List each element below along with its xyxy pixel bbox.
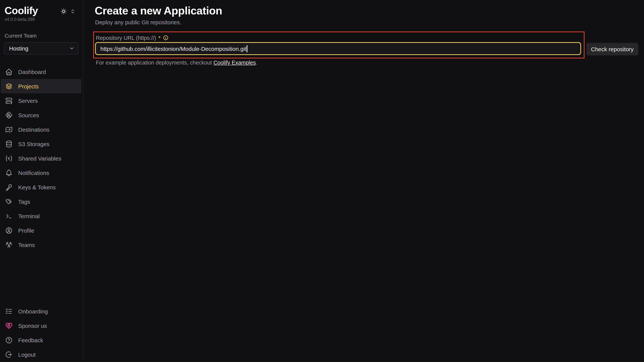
- sidebar-item-onboarding[interactable]: Onboarding: [0, 304, 82, 318]
- required-marker: *: [158, 35, 160, 41]
- sidebar-item-sources[interactable]: Sources: [0, 108, 82, 122]
- bell-icon: [5, 169, 13, 177]
- logout-icon: [5, 350, 13, 358]
- helper-suffix: .: [256, 60, 258, 66]
- sidebar-item-label: Logout: [18, 351, 36, 358]
- sidebar-item-keys-tokens[interactable]: Keys & Tokens: [0, 180, 82, 194]
- sidebar-item-teams[interactable]: Teams: [0, 238, 82, 252]
- sidebar-item-dashboard[interactable]: Dashboard: [0, 65, 82, 79]
- map-x-icon: [5, 125, 13, 133]
- team-select[interactable]: Hosting: [4, 42, 78, 55]
- users-group-icon: [5, 241, 13, 249]
- sidebar-item-notifications[interactable]: Notifications: [0, 165, 82, 180]
- sidebar-item-label: Keys & Tokens: [18, 184, 56, 190]
- team-select-value: Hosting: [9, 45, 28, 52]
- sidebar-item-label: Feedback: [18, 337, 43, 343]
- git-icon: [5, 111, 13, 119]
- sidebar-item-label: Dashboard: [18, 69, 46, 75]
- current-team-label: Current Team: [4, 33, 36, 39]
- checklist-icon: [5, 307, 13, 315]
- sidebar-footer-nav: Onboarding Sponsor us Feedback Logout: [0, 304, 82, 361]
- sidebar-item-label: Teams: [18, 242, 35, 248]
- repository-url-label: Repository URL (https://): [96, 35, 156, 41]
- help-circle-icon: [5, 336, 13, 344]
- tag-icon: [5, 198, 13, 206]
- user-circle-icon: [5, 226, 13, 234]
- sidebar-item-destinations[interactable]: Destinations: [0, 122, 82, 137]
- sidebar-item-label: Sources: [18, 112, 39, 118]
- heart-handshake-icon: [5, 322, 13, 329]
- sidebar-item-label: S3 Storages: [18, 141, 50, 147]
- chevron-up-down-icon[interactable]: [70, 8, 76, 15]
- main-content: Create a new Application Deploy any publ…: [84, 0, 644, 362]
- check-repository-button[interactable]: Check repository: [586, 43, 638, 55]
- key-icon: [5, 183, 13, 191]
- database-icon: [5, 140, 13, 148]
- sidebar-item-shared-variables[interactable]: Shared Variables: [0, 151, 82, 165]
- sidebar-item-servers[interactable]: Servers: [0, 93, 82, 108]
- sidebar-item-label: Destinations: [18, 126, 50, 133]
- sidebar-item-label: Notifications: [18, 169, 49, 176]
- sidebar-item-label: Onboarding: [18, 308, 48, 314]
- repository-url-input[interactable]: https://github.com/illicitestonion/Modul…: [95, 42, 581, 55]
- sidebar-item-s3-storages[interactable]: S3 Storages: [0, 137, 82, 151]
- sidebar-item-tags[interactable]: Tags: [0, 194, 82, 209]
- sidebar: Coolify v4.0.0-beta.399 Current Team Hos…: [0, 0, 83, 362]
- sidebar-item-sponsor-us[interactable]: Sponsor us: [0, 318, 82, 333]
- sidebar-item-label: Shared Variables: [18, 155, 61, 161]
- repository-url-label-row: Repository URL (https://) *: [96, 35, 168, 41]
- theme-toggle-sun-icon[interactable]: [60, 8, 68, 15]
- coolify-examples-link[interactable]: Coolify Examples: [214, 60, 256, 66]
- sidebar-item-profile[interactable]: Profile: [0, 223, 82, 238]
- sidebar-item-label: Terminal: [18, 213, 40, 219]
- layers-icon: [5, 82, 13, 90]
- home-icon: [5, 68, 13, 76]
- sidebar-item-terminal[interactable]: Terminal: [0, 209, 82, 223]
- sidebar-item-label: Sponsor us: [18, 322, 47, 329]
- sidebar-nav: Dashboard Projects Servers Sources Desti…: [0, 65, 82, 252]
- sidebar-item-label: Tags: [18, 198, 30, 205]
- sidebar-item-logout[interactable]: Logout: [0, 347, 82, 361]
- server-bolt-icon: [5, 97, 13, 105]
- variable-icon: [5, 154, 13, 162]
- coolify-app: Coolify v4.0.0-beta.399 Current Team Hos…: [0, 0, 644, 362]
- helper-text: For example application deployments, che…: [96, 60, 258, 66]
- page-title: Create a new Application: [95, 4, 222, 18]
- repository-url-value: https://github.com/illicitestonion/Modul…: [100, 45, 246, 52]
- chevron-down-icon: [69, 46, 75, 51]
- sidebar-item-label: Projects: [18, 83, 39, 89]
- sidebar-item-projects[interactable]: Projects: [1, 79, 82, 93]
- page-subtitle: Deploy any public Git repositories.: [95, 19, 181, 26]
- text-caret: [246, 45, 247, 52]
- sidebar-item-feedback[interactable]: Feedback: [0, 333, 82, 347]
- coolify-logo[interactable]: Coolify: [4, 5, 38, 17]
- helper-prefix: For example application deployments, che…: [96, 60, 214, 66]
- terminal-icon: [5, 212, 13, 220]
- sidebar-item-label: Profile: [18, 227, 34, 234]
- info-icon[interactable]: [163, 35, 168, 41]
- sidebar-item-label: Servers: [18, 97, 38, 104]
- app-version: v4.0.0-beta.399: [4, 17, 35, 22]
